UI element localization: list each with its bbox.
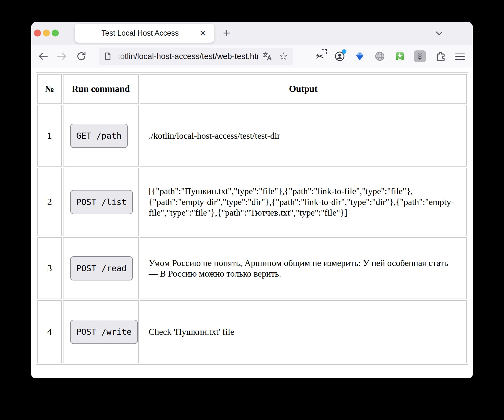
back-button[interactable]: [37, 50, 49, 62]
downloads-extension-icon[interactable]: [414, 50, 426, 62]
table-row: 1 GET /path ./kotlin/local-host-access/t…: [37, 105, 467, 167]
post-write-button[interactable]: POST /write: [70, 320, 138, 344]
screenshot-extension-icon[interactable]: ✂: [314, 50, 326, 62]
page-file-icon: [103, 52, 112, 61]
header-run-command: Run command: [63, 74, 139, 104]
row-number: 4: [37, 300, 62, 363]
browser-tab[interactable]: Test Local Host Access ×: [75, 24, 214, 43]
output-text: ./kotlin/local-host-access/test/test-dir: [140, 105, 467, 167]
tab-title: Test Local Host Access: [92, 24, 188, 43]
header-output: Output: [140, 74, 467, 104]
table-row: 4 POST /write Check 'Пушкин.txt' file: [37, 300, 467, 363]
tab-bar: Test Local Host Access × +: [31, 22, 473, 45]
page-content: № Run command Output 1 GET /path ./kotli…: [31, 68, 473, 378]
test-results-table: № Run command Output 1 GET /path ./kotli…: [36, 72, 468, 365]
browser-window: Test Local Host Access × + kotlin/loca: [31, 22, 473, 378]
extensions-puzzle-icon[interactable]: [434, 50, 447, 62]
globe-extension-icon[interactable]: [374, 50, 386, 62]
gem-extension-icon[interactable]: [354, 50, 366, 62]
bookmark-star-icon[interactable]: ☆: [278, 50, 289, 62]
forward-button[interactable]: [56, 50, 68, 62]
window-controls: [34, 30, 59, 36]
table-header-row: № Run command Output: [37, 74, 467, 104]
row-number: 2: [37, 168, 62, 236]
menu-hamburger-icon[interactable]: [454, 50, 466, 62]
close-tab-icon[interactable]: ×: [197, 27, 209, 39]
dashed-selection-icon: [322, 49, 327, 54]
fullscreen-window-button[interactable]: [52, 30, 59, 36]
post-list-button[interactable]: POST /list: [70, 190, 133, 214]
output-text: [{"path":"Пушкин.txt","type":"file"},{"p…: [140, 168, 467, 236]
notification-badge: [342, 49, 346, 54]
table-row: 2 POST /list [{"path":"Пушкин.txt","type…: [37, 168, 467, 236]
url-text[interactable]: kotlin/local-host-access/test/web-test.h…: [116, 52, 259, 61]
translate-icon[interactable]: [261, 50, 273, 62]
reload-button[interactable]: [75, 50, 87, 62]
close-window-button[interactable]: [34, 30, 41, 36]
save-extension-icon[interactable]: [394, 50, 406, 62]
header-number: №: [37, 74, 62, 104]
post-read-button[interactable]: POST /read: [70, 256, 133, 280]
new-tab-button[interactable]: +: [220, 26, 233, 39]
get-path-button[interactable]: GET /path: [70, 124, 128, 148]
tab-overflow-chevron-icon[interactable]: [434, 28, 444, 38]
output-text: Умом Россию не понять, Аршином общим не …: [140, 237, 467, 299]
account-icon[interactable]: [334, 50, 346, 62]
output-text: Check 'Пушкин.txt' file: [140, 300, 467, 363]
row-number: 3: [37, 237, 62, 299]
url-fade-overlay: [116, 48, 127, 65]
address-bar[interactable]: kotlin/local-host-access/test/web-test.h…: [99, 48, 293, 65]
row-number: 1: [37, 105, 62, 167]
minimize-window-button[interactable]: [43, 30, 50, 36]
navigation-toolbar: kotlin/local-host-access/test/web-test.h…: [31, 45, 473, 68]
table-row: 3 POST /read Умом Россию не понять, Арши…: [37, 237, 467, 299]
